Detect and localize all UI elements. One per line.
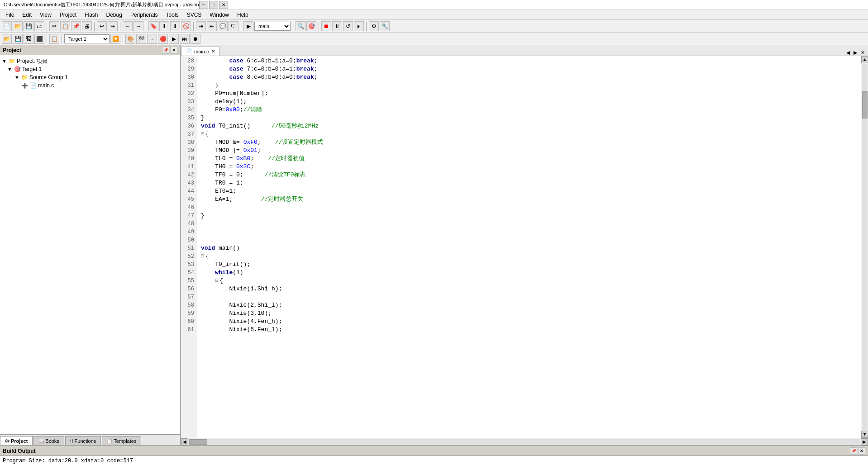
code-line-53: T0_init(); (201, 261, 857, 269)
menu-window[interactable]: Window (206, 11, 233, 19)
tb2-btn7[interactable]: 🎨 (125, 34, 135, 44)
editor-close-panel-button[interactable]: ✕ (859, 50, 866, 56)
tb2-btn8[interactable]: 🏁 (136, 34, 146, 44)
nav-back-button[interactable]: ← (123, 21, 133, 31)
undo-button[interactable]: ↩ (97, 21, 107, 31)
options-button[interactable]: ⚙ (369, 21, 379, 31)
tb2-btn3[interactable]: 🏗 (24, 34, 33, 44)
debug-stop-button[interactable]: ⏹ (321, 21, 331, 31)
project-root-label: Project: 项目 (17, 57, 48, 65)
tree-item-target1[interactable]: ▼ 🎯 Target 1 (0, 65, 180, 73)
line-numbers: 28 29 30 31 32 33 34 35 36 37 38 39 40 4… (181, 56, 197, 438)
goto-button[interactable]: 🎯 (306, 21, 316, 31)
tb2-btn6[interactable]: 🔽 (110, 34, 120, 44)
tb2-btn1[interactable]: 📂 (2, 34, 12, 44)
code-line-39: TMOD |= 0x01; (201, 147, 857, 155)
code-line-55: ⊟{ (201, 277, 857, 285)
project-tab-label: Project (11, 438, 28, 444)
menu-flash[interactable]: Flash (81, 11, 101, 19)
hscroll-right-button[interactable]: ▶ (861, 438, 868, 446)
code-editor[interactable]: 28 29 30 31 32 33 34 35 36 37 38 39 40 4… (181, 56, 868, 438)
save-all-button[interactable]: 🗃 (34, 21, 44, 31)
tab-project[interactable]: 🗂 Project (0, 436, 33, 445)
tree-item-mainc[interactable]: ➕ 📄 main.c (0, 81, 180, 90)
editor-nav-left-button[interactable]: ◀ (845, 50, 851, 56)
panel-close-button[interactable]: ✕ (170, 47, 177, 54)
tb2-btn5[interactable]: 📋 (49, 34, 59, 44)
save-button[interactable]: 💾 (24, 21, 33, 31)
debug-run2-button[interactable]: ⏵ (354, 21, 364, 31)
vscroll-down-button[interactable]: ▼ (861, 431, 868, 438)
functions-tab-label: Functions (75, 438, 96, 444)
new-file-button[interactable]: 📄 (2, 21, 12, 31)
tb2-btn12[interactable]: ⏭ (180, 34, 190, 44)
editor-tab-icon: 📄 (186, 48, 192, 54)
run-button[interactable]: ▶ (243, 21, 253, 31)
tab-books[interactable]: 📖 Books (33, 436, 64, 445)
menu-view[interactable]: View (36, 11, 55, 19)
vscroll-thumb[interactable] (862, 91, 868, 119)
toolbar2: 📂 💾 🏗 ⬛ 📋 Target 1 🔽 🎨 🏁 ↔ 🔴 ▶ ⏭ ⏺ (0, 33, 868, 45)
source-group-label: Source Group 1 (29, 74, 68, 81)
target2-select[interactable]: Target 1 (64, 34, 110, 43)
unindent-button[interactable]: ⇤ (207, 21, 217, 31)
editor-tab-close-button[interactable]: ✕ (211, 49, 215, 54)
tb2-btn4[interactable]: ⬛ (34, 34, 44, 44)
vscroll-up-button[interactable]: ▲ (861, 56, 868, 63)
menu-peripherals[interactable]: Peripherals (127, 11, 162, 19)
print-button[interactable]: 🖨 (82, 21, 92, 31)
build-output-pin-button[interactable]: 📌 (850, 447, 857, 455)
close-button[interactable]: ✕ (219, 1, 228, 9)
code-content[interactable]: case 6:c=0;b=1;a=0;break; case 7:c=0;b=0… (197, 56, 861, 438)
clear-bookmarks-button[interactable]: 🚫 (181, 21, 191, 31)
search-button[interactable]: 🔍 (296, 21, 305, 31)
misc-button[interactable]: 🔧 (380, 21, 390, 31)
tb2-btn10[interactable]: 🔴 (158, 34, 168, 44)
vscroll-track[interactable] (862, 64, 868, 430)
debug-reset-button[interactable]: ↺ (343, 21, 353, 31)
copy-button[interactable]: 📋 (60, 21, 70, 31)
next-bookmark-button[interactable]: ⬇ (170, 21, 180, 31)
redo-button[interactable]: ↪ (108, 21, 118, 31)
tb2-btn2[interactable]: 💾 (13, 34, 23, 44)
maximize-button[interactable]: □ (209, 1, 218, 9)
cut-button[interactable]: ✂ (49, 21, 59, 31)
open-file-button[interactable]: 📂 (13, 21, 23, 31)
menu-help[interactable]: Help (234, 11, 252, 19)
hscroll-thumb[interactable] (189, 439, 207, 445)
editor-tab-mainc[interactable]: 📄 main.c ✕ (181, 47, 220, 56)
bookmark-button[interactable]: 🔖 (148, 21, 158, 31)
menu-project[interactable]: Project (56, 11, 80, 19)
menu-debug[interactable]: Debug (103, 11, 126, 19)
code-line-32: P0=num[Number]; (201, 90, 857, 98)
editor-tab-bar: 📄 main.c ✕ ◀ ▶ ✕ (181, 45, 868, 56)
panel-pin-button[interactable]: 📌 (162, 47, 169, 54)
indent-button[interactable]: ⇥ (196, 21, 206, 31)
code-line-47: } (201, 212, 857, 220)
tab-functions[interactable]: {} Functions (65, 436, 101, 445)
tab-templates[interactable]: 📋 Templates (102, 436, 141, 445)
tb2-btn11[interactable]: ▶ (169, 34, 179, 44)
menu-file[interactable]: File (2, 11, 18, 19)
prev-bookmark-button[interactable]: ⬆ (159, 21, 169, 31)
hscroll-left-button[interactable]: ◀ (181, 438, 188, 446)
tree-item-project[interactable]: ▼ 📁 Project: 项目 (0, 57, 180, 65)
paste-button[interactable]: 📌 (71, 21, 81, 31)
comment-button[interactable]: 💬 (218, 21, 228, 31)
nav-forward-button[interactable]: → (134, 21, 143, 31)
editor-nav-right-button[interactable]: ▶ (852, 50, 858, 56)
tree-item-source-group[interactable]: ▼ 📁 Source Group 1 (0, 73, 180, 81)
build-output-close-button[interactable]: ✕ (858, 447, 865, 455)
menu-svcs[interactable]: SVCS (183, 11, 205, 19)
uncomment-button[interactable]: 🗨 (229, 21, 238, 31)
menu-edit[interactable]: Edit (19, 11, 35, 19)
debug-pause-button[interactable]: ⏸ (332, 21, 342, 31)
left-panel: Project 📌 ✕ ▼ 📁 Project: 项目 ▼ 🎯 Target 1… (0, 45, 181, 445)
target-select[interactable]: main (254, 22, 291, 31)
tb2-btn13[interactable]: ⏺ (191, 34, 200, 44)
tb2-btn9[interactable]: ↔ (147, 34, 157, 44)
minimize-button[interactable]: ─ (199, 1, 208, 9)
books-tab-label: Books (45, 438, 59, 444)
hscroll-track[interactable] (189, 439, 860, 445)
menu-tools[interactable]: Tools (162, 11, 182, 19)
